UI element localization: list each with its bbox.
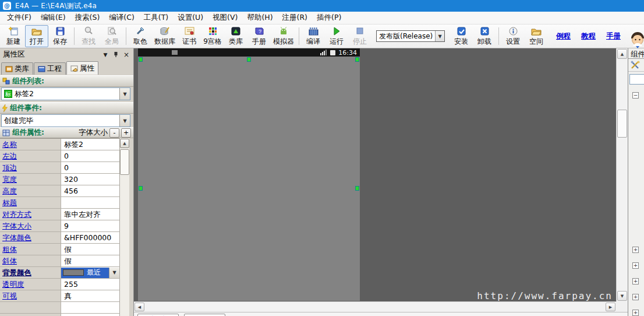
canvas-horizontal-scrollbar[interactable]: ◀ ▶ bbox=[134, 301, 616, 312]
install-button[interactable]: 安装 bbox=[450, 25, 473, 47]
label-component[interactable] bbox=[138, 57, 360, 301]
property-value[interactable]: 9 bbox=[61, 220, 119, 231]
tab-code-area[interactable]: 代码区 bbox=[184, 314, 225, 316]
menu-view[interactable]: 视图(V) bbox=[208, 11, 242, 24]
chevron-down-icon[interactable]: ▼ bbox=[119, 88, 130, 100]
property-name[interactable]: 宽度 bbox=[0, 174, 61, 185]
property-name[interactable]: 顶边 bbox=[0, 162, 61, 173]
designer-canvas[interactable]: 16:34 http://www.farpay.cn bbox=[134, 48, 616, 301]
property-value[interactable]: 标签2 bbox=[61, 139, 119, 150]
resize-handle-top-center[interactable] bbox=[247, 57, 251, 62]
manual-link[interactable]: 手册 bbox=[606, 31, 621, 41]
save-button[interactable]: 保存 bbox=[48, 25, 72, 47]
property-name[interactable]: 对齐方式 bbox=[0, 209, 61, 220]
menu-tools[interactable]: 工具(T) bbox=[139, 11, 173, 24]
chevron-down-icon[interactable]: ▼ bbox=[435, 31, 444, 41]
property-value[interactable]: 真 bbox=[61, 290, 119, 301]
tab-project[interactable]: 工程 bbox=[34, 62, 66, 75]
close-icon[interactable]: × bbox=[122, 51, 130, 59]
chevron-down-icon[interactable]: ▼ bbox=[119, 115, 130, 127]
scroll-down-icon[interactable]: ▼ bbox=[617, 291, 627, 301]
scroll-up-icon[interactable]: ▲ bbox=[617, 49, 627, 59]
emulator-button[interactable]: 模拟器 bbox=[271, 25, 296, 47]
property-value[interactable]: &HFF000000 bbox=[61, 232, 119, 243]
tutorials-link[interactable]: 教程 bbox=[581, 31, 596, 41]
menu-settings[interactable]: 设置(U) bbox=[173, 11, 208, 24]
scrollbar-thumb[interactable] bbox=[120, 149, 129, 175]
menu-file[interactable]: 文件(F) bbox=[2, 11, 36, 24]
manual-button[interactable]: ? 手册 bbox=[247, 25, 271, 47]
property-name[interactable]: 可视 bbox=[0, 290, 61, 301]
resize-handle-top-right[interactable] bbox=[355, 57, 359, 62]
menu-help[interactable]: 帮助(H) bbox=[242, 11, 277, 24]
database-button[interactable]: 数据库 bbox=[152, 25, 178, 47]
tree-expand-icon[interactable]: + bbox=[632, 278, 639, 285]
font-size-minus-button[interactable]: - bbox=[109, 128, 119, 138]
component-event-select[interactable]: 创建完毕 ▼ bbox=[1, 114, 130, 127]
scroll-right-icon[interactable]: ▶ bbox=[606, 303, 615, 311]
menu-edit[interactable]: 编辑(E) bbox=[36, 11, 70, 24]
run-button[interactable]: 运行 bbox=[325, 25, 348, 47]
property-name[interactable]: 字体大小 bbox=[0, 220, 61, 231]
property-name[interactable]: 名称 bbox=[0, 139, 61, 150]
new-button[interactable]: 新建 bbox=[2, 25, 25, 47]
tree-collapse-icon[interactable]: − bbox=[632, 92, 639, 99]
class-lib-button[interactable]: 类库 bbox=[224, 25, 247, 47]
examples-link[interactable]: 例程 bbox=[556, 31, 571, 41]
build-mode-select[interactable]: 发布版(Release) ▼ bbox=[376, 30, 445, 42]
property-name[interactable]: 高度 bbox=[0, 185, 61, 196]
tree-expand-icon[interactable]: + bbox=[632, 310, 639, 316]
property-value[interactable]: 320 bbox=[61, 174, 119, 185]
property-name[interactable]: 字体颜色 bbox=[0, 232, 61, 243]
tree-expand-icon[interactable]: + bbox=[632, 262, 639, 269]
scroll-left-icon[interactable]: ◀ bbox=[135, 303, 144, 311]
property-name[interactable]: 斜体 bbox=[0, 255, 61, 266]
tab-properties[interactable]: 属性 bbox=[66, 61, 98, 75]
nine-grid-button[interactable]: 9宫格 bbox=[201, 25, 224, 47]
property-value[interactable]: 假 bbox=[61, 255, 119, 266]
property-name[interactable]: 粗体 bbox=[0, 244, 61, 255]
color-pick-button[interactable]: 取色 bbox=[129, 25, 152, 47]
menu-compile[interactable]: 编译(C) bbox=[104, 11, 139, 24]
uninstall-button[interactable]: 卸载 bbox=[473, 25, 496, 47]
bg-color-dropdown[interactable]: 最近 ▼ bbox=[61, 267, 119, 278]
settings-button[interactable]: 设置 bbox=[501, 25, 525, 47]
property-value[interactable] bbox=[61, 197, 119, 208]
space-button[interactable]: 空间 bbox=[525, 25, 548, 47]
tree-expand-icon[interactable]: + bbox=[632, 294, 639, 300]
resize-handle-mid-left[interactable] bbox=[139, 186, 143, 191]
resize-handle-mid-right[interactable] bbox=[355, 186, 359, 191]
pin-icon[interactable] bbox=[112, 51, 120, 59]
certificate-button[interactable]: 证书 bbox=[178, 25, 201, 47]
scrollbar-thumb[interactable] bbox=[617, 110, 627, 138]
stop-button[interactable]: 停止 bbox=[348, 25, 371, 47]
property-name[interactable]: 标题 bbox=[0, 197, 61, 208]
property-value[interactable]: 靠中左对齐 bbox=[61, 209, 119, 220]
font-size-plus-button[interactable]: + bbox=[121, 128, 131, 138]
property-value[interactable]: 456 bbox=[61, 185, 119, 196]
menu-plugins[interactable]: 插件(P) bbox=[312, 11, 346, 24]
property-value[interactable]: 0 bbox=[61, 150, 119, 161]
components-search-input[interactable] bbox=[629, 74, 644, 85]
property-name[interactable]: 背景颜色 bbox=[0, 267, 61, 278]
component-list-select[interactable]: 标 标签2 ▼ bbox=[1, 87, 130, 100]
menu-register[interactable]: 注册(R) bbox=[278, 11, 312, 24]
open-button[interactable]: 打开 bbox=[25, 25, 48, 47]
tab-design-area[interactable]: 设计区 bbox=[137, 314, 179, 316]
tree-expand-icon[interactable]: + bbox=[632, 247, 639, 253]
property-name[interactable]: 左边 bbox=[0, 150, 61, 161]
panel-menu-icon[interactable]: ▼ bbox=[101, 51, 109, 59]
tools-icon[interactable] bbox=[631, 61, 640, 69]
resize-handle-top-left[interactable] bbox=[139, 57, 143, 62]
compile-button[interactable]: 编译 bbox=[302, 25, 325, 47]
property-value[interactable]: 255 bbox=[61, 279, 119, 290]
find-button[interactable]: 查找 bbox=[77, 25, 100, 47]
chevron-down-icon[interactable]: ▼ bbox=[109, 268, 119, 278]
global-find-button[interactable]: 全局 bbox=[100, 25, 123, 47]
property-table-scrollbar[interactable]: ▲ bbox=[119, 138, 129, 316]
property-value[interactable]: 假 bbox=[61, 244, 119, 255]
property-name[interactable]: 透明度 bbox=[0, 279, 61, 290]
scroll-up-icon[interactable]: ▲ bbox=[120, 139, 129, 148]
property-value[interactable]: 0 bbox=[61, 162, 119, 173]
phone-screen[interactable]: 16:34 bbox=[138, 48, 360, 301]
